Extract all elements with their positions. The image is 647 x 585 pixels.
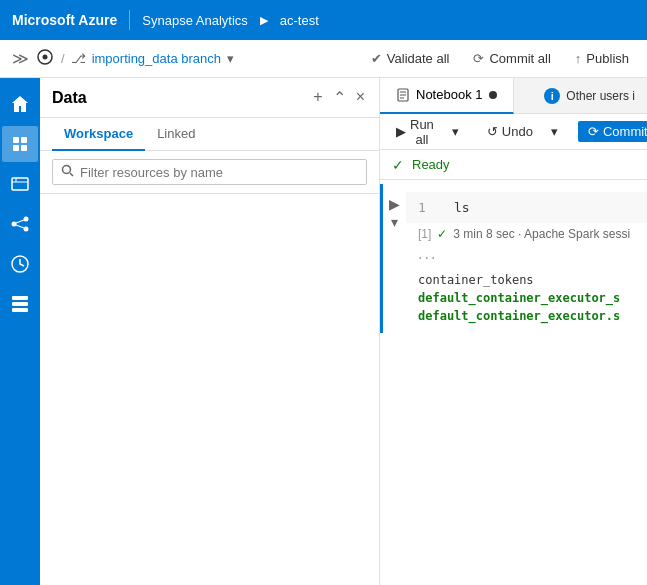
cell-result-2: default_container_executor_s [406, 289, 647, 307]
cell-line-number: 1 [418, 200, 438, 215]
synapse-label: Synapse Analytics [142, 13, 248, 28]
cell-result-3: default_container_executor.s [406, 307, 647, 325]
commit-all-button[interactable]: ⟳ Commit all [463, 47, 560, 70]
svg-rect-4 [13, 145, 19, 151]
cell-output-num: [1] [418, 227, 431, 241]
svg-line-19 [70, 173, 73, 176]
branch-dropdown-icon[interactable]: ▾ [227, 51, 234, 66]
undo-label: Undo [502, 124, 533, 139]
publish-label: Publish [586, 51, 629, 66]
run-dropdown-button[interactable]: ▾ [444, 121, 467, 142]
commit-all-label: Commit all [489, 51, 550, 66]
notebook-tab-bar: Notebook 1 i Other users i [380, 78, 647, 114]
commit-button[interactable]: ⟳ Commit [578, 121, 647, 142]
git-branch-icon: ⎇ [71, 51, 86, 66]
breadcrumb-arrow: ▶ [260, 14, 268, 27]
svg-rect-6 [12, 178, 28, 190]
close-button[interactable]: × [354, 86, 367, 109]
right-panel: Notebook 1 i Other users i ▶ Run all ▾ ↺… [380, 78, 647, 585]
undo-button[interactable]: ↺ Undo [479, 121, 541, 142]
cell-run-button[interactable]: ▶ [389, 196, 400, 212]
cell-output: [1] ✓ 3 min 8 sec · Apache Spark sessi [406, 223, 647, 245]
toolbar-separator: / [61, 51, 65, 66]
publish-icon: ↑ [575, 51, 582, 66]
sidebar-icon-data[interactable] [2, 126, 38, 162]
filter-container [40, 151, 379, 194]
sidebar-icons [0, 78, 40, 585]
info-icon: i [544, 88, 560, 104]
cell-body: 1 ls [1] ✓ 3 min 8 sec · Apache Spark se… [406, 192, 647, 325]
panel-actions: + ⌃ × [311, 86, 367, 109]
svg-rect-5 [21, 145, 27, 151]
cell-result-1: container_tokens [406, 271, 647, 289]
commit-all-icon: ⟳ [473, 51, 484, 66]
left-panel-header: Data + ⌃ × [40, 78, 379, 118]
top-bar: Microsoft Azure Synapse Analytics ▶ ac-t… [0, 0, 647, 40]
collapse-button[interactable]: ⌃ [331, 86, 348, 109]
svg-rect-15 [12, 308, 28, 312]
notebook-content: ▶ ▾ 1 ls [1] ✓ 3 min 8 sec · Apache Spar… [380, 180, 647, 585]
validate-all-button[interactable]: ✔ Validate all [361, 47, 460, 70]
expand-icon[interactable]: ≫ [8, 49, 33, 68]
svg-rect-3 [21, 137, 27, 143]
svg-line-12 [16, 220, 24, 223]
tab-workspace[interactable]: Workspace [52, 118, 145, 151]
commit-label: Commit [603, 124, 647, 139]
panel-title: Data [52, 89, 311, 107]
cell-input: 1 ls [406, 192, 647, 223]
svg-rect-17 [12, 296, 28, 300]
svg-rect-2 [13, 137, 19, 143]
sidebar-icon-integrate[interactable] [2, 206, 38, 242]
cell-1: ▶ ▾ 1 ls [1] ✓ 3 min 8 sec · Apache Spar… [380, 184, 647, 333]
svg-rect-16 [12, 302, 28, 306]
run-all-label: Run all [410, 117, 434, 147]
cell-more-button[interactable]: ▾ [391, 214, 398, 230]
tab-linked[interactable]: Linked [145, 118, 207, 151]
other-users-label: Other users i [566, 89, 635, 103]
status-text: Ready [412, 157, 450, 172]
project-label: ac-test [280, 13, 319, 28]
notebook-toolbar: ▶ Run all ▾ ↺ Undo ▾ ⟳ Commit [380, 114, 647, 150]
svg-point-11 [24, 227, 29, 232]
svg-point-9 [12, 222, 17, 227]
main-layout: Data + ⌃ × Workspace Linked [0, 78, 647, 585]
cell-output-text: 3 min 8 sec · Apache Spark sessi [453, 227, 630, 241]
run-icon: ▶ [396, 124, 406, 139]
panel-tabs: Workspace Linked [40, 118, 379, 151]
branch-name[interactable]: importing_data branch [92, 51, 221, 66]
sidebar-icon-manage[interactable] [2, 286, 38, 322]
filter-input[interactable] [80, 165, 358, 180]
run-all-button[interactable]: ▶ Run all [388, 114, 442, 150]
notebook-modified-dot [489, 91, 497, 99]
publish-button[interactable]: ↑ Publish [565, 47, 639, 70]
svg-point-1 [43, 55, 48, 60]
undo-dropdown-icon: ▾ [551, 124, 558, 139]
other-users: i Other users i [532, 88, 647, 104]
undo-icon: ↺ [487, 124, 498, 139]
cell-code: ls [454, 200, 470, 215]
brand-label: Microsoft Azure [12, 12, 117, 28]
cell-dots: ··· [406, 245, 647, 271]
run-dropdown-icon: ▾ [452, 124, 459, 139]
filter-input-wrapper [52, 159, 367, 185]
commit-icon: ⟳ [588, 124, 599, 139]
validate-all-label: Validate all [387, 51, 450, 66]
github-icon [37, 49, 53, 68]
undo-dropdown-button[interactable]: ▾ [543, 121, 566, 142]
svg-point-10 [24, 217, 29, 222]
notebook-tab[interactable]: Notebook 1 [380, 78, 514, 114]
sidebar-icon-develop[interactable] [2, 166, 38, 202]
cell-controls: ▶ ▾ [383, 192, 406, 325]
notebook-tab-label: Notebook 1 [416, 87, 483, 102]
add-button[interactable]: + [311, 86, 324, 109]
sidebar-icon-monitor[interactable] [2, 246, 38, 282]
status-check-icon: ✓ [392, 157, 404, 173]
filter-icon [61, 164, 74, 180]
sidebar-icon-home[interactable] [2, 86, 38, 122]
validate-icon: ✔ [371, 51, 382, 66]
main-toolbar: ≫ / ⎇ importing_data branch ▾ ✔ Validate… [0, 40, 647, 78]
svg-point-18 [63, 166, 71, 174]
cell-output-check-icon: ✓ [437, 227, 447, 241]
svg-line-13 [16, 225, 24, 228]
left-panel: Data + ⌃ × Workspace Linked [40, 78, 380, 585]
